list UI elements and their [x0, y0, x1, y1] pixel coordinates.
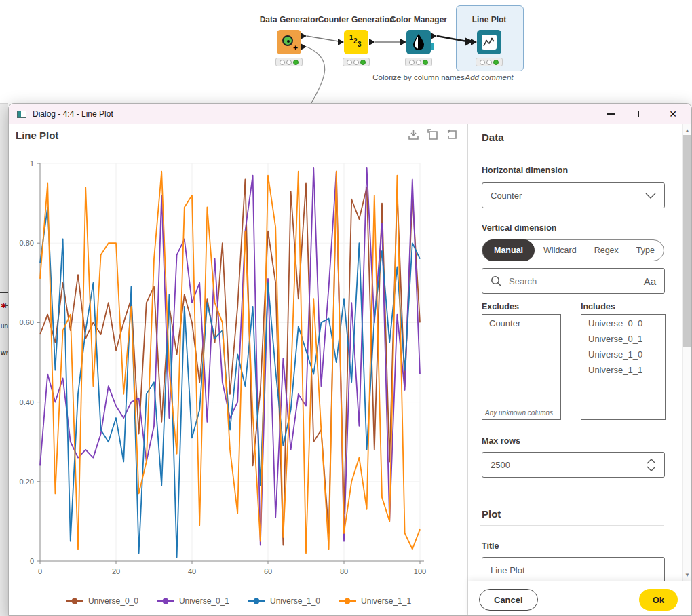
legend-label: Universe_0_0: [88, 596, 138, 606]
svg-text:20: 20: [112, 567, 120, 575]
search-input[interactable]: [509, 276, 644, 286]
view-heading: Line Plot: [16, 130, 58, 141]
legend-item[interactable]: Universe_0_0: [65, 596, 138, 606]
svg-text:0: 0: [38, 567, 42, 575]
title-label: Title: [482, 541, 499, 551]
legend-item[interactable]: Universe_1_0: [247, 596, 320, 606]
list-item[interactable]: Universe_1_1: [581, 362, 665, 377]
svg-text:0.60: 0.60: [20, 318, 34, 326]
node-color-manager[interactable]: [406, 30, 431, 54]
search-icon: [491, 275, 502, 287]
node-label-counter-generation: Counter Generation: [318, 15, 395, 24]
legend-marker-icon: [338, 597, 357, 605]
node-caption-add-comment[interactable]: Add comment: [465, 73, 514, 81]
svg-text:100: 100: [414, 567, 426, 575]
droplet-icon: [406, 30, 431, 54]
traffic-light-color-manager: [405, 58, 432, 66]
svg-text:0.80: 0.80: [20, 239, 34, 247]
title-input-box: [482, 557, 665, 583]
maximize-button[interactable]: [630, 105, 653, 123]
node-label-line-plot: Line Plot: [472, 15, 507, 24]
legend-item[interactable]: Universe_0_1: [156, 596, 229, 606]
max-rows-input[interactable]: [491, 460, 647, 470]
list-item[interactable]: Universe_1_0: [581, 346, 665, 362]
traffic-light-line-plot: [476, 58, 503, 66]
chart-toolbar: [407, 128, 458, 141]
scroll-up-icon[interactable]: ▲: [683, 126, 692, 135]
reset-zoom-icon[interactable]: [445, 128, 458, 141]
any-unknown-columns-note: Any unknown columns: [482, 406, 560, 419]
list-item[interactable]: Universe_0_0: [581, 315, 665, 330]
node-label-color-manager: Color Manager: [390, 15, 447, 24]
chart-panel: Line Plot 00.200.400.600.801020406080100…: [9, 124, 467, 616]
svg-text:80: 80: [340, 567, 348, 575]
data-section-heading: Data: [482, 132, 504, 143]
excludes-label: Excludes: [482, 302, 519, 311]
scroll-down-icon[interactable]: ▼: [683, 570, 692, 579]
horizontal-dimension-value: Counter: [491, 191, 522, 201]
scrollbar-thumb[interactable]: [683, 135, 691, 347]
list-item[interactable]: Universe_0_1: [581, 330, 665, 346]
vertical-dimension-mode-tabs: Manual Wildcard Regex Type: [482, 239, 664, 261]
background-window-strip: ✱ F unt wr: [0, 103, 8, 616]
tab-regex[interactable]: Regex: [585, 239, 628, 261]
legend-marker-icon: [156, 597, 175, 605]
zoom-selection-icon[interactable]: [426, 128, 439, 141]
svg-text:60: 60: [264, 567, 272, 575]
traffic-light-data-generator: [275, 58, 303, 66]
tab-manual[interactable]: Manual: [482, 239, 535, 261]
max-rows-label: Max rows: [482, 436, 520, 446]
node-line-plot[interactable]: [477, 30, 501, 54]
vertical-dimension-label: Vertical dimension: [482, 223, 556, 233]
traffic-light-counter-generation: [343, 58, 370, 66]
svg-text:40: 40: [188, 567, 196, 575]
dialog-app-icon: [17, 111, 26, 118]
line-plot-svg[interactable]: 00.200.400.600.801020406080100: [14, 154, 462, 585]
node-data-generator[interactable]: +: [277, 30, 301, 54]
workflow-canvas: Data Generator Counter Generation Color …: [0, 0, 692, 103]
step-down-icon[interactable]: [647, 466, 656, 471]
node-label-data-generator: Data Generator: [260, 15, 319, 24]
step-up-icon[interactable]: [647, 459, 656, 464]
node-caption-color-manager: Colorize by column names: [372, 73, 465, 81]
legend-marker-icon: [65, 597, 84, 605]
horizontal-dimension-select[interactable]: Counter: [482, 182, 665, 208]
chevron-down-icon: [645, 193, 656, 199]
legend-label: Universe_1_1: [361, 596, 411, 606]
ok-button[interactable]: Ok: [639, 589, 678, 611]
excludes-list[interactable]: Counter Any unknown columns: [482, 314, 561, 420]
settings-panel: Data Horizontal dimension Counter Vertic…: [467, 124, 691, 616]
panel-scrollbar[interactable]: ▲ ▼: [682, 124, 691, 581]
svg-text:0: 0: [30, 557, 34, 565]
list-item[interactable]: Counter: [482, 315, 560, 330]
line-plot-dialog: Dialog - 4:4 - Line Plot ✕ Line Plot 00.…: [8, 103, 692, 616]
svg-text:0.20: 0.20: [20, 478, 34, 486]
column-search-box: Aa: [482, 268, 665, 294]
download-icon[interactable]: [407, 128, 420, 141]
legend-marker-icon: [247, 597, 266, 605]
cancel-button[interactable]: Cancel: [479, 589, 538, 611]
dialog-title: Dialog - 4:4 - Line Plot: [33, 109, 591, 119]
line-chart-icon: [482, 35, 497, 50]
minimize-button[interactable]: [599, 105, 622, 123]
includes-list[interactable]: Universe_0_0 Universe_0_1 Universe_1_0 U…: [581, 314, 666, 420]
close-button[interactable]: ✕: [661, 105, 685, 123]
plot-section-heading: Plot: [482, 508, 501, 520]
includes-label: Includes: [581, 302, 615, 311]
tab-type[interactable]: Type: [628, 239, 664, 261]
legend-item[interactable]: Universe_1_1: [338, 596, 411, 606]
case-sensitive-toggle[interactable]: Aa: [644, 275, 656, 287]
title-input[interactable]: [491, 565, 656, 575]
legend-label: Universe_1_0: [270, 596, 320, 606]
node-counter-generation[interactable]: 1 2 3: [344, 30, 368, 54]
max-rows-input-box: [482, 452, 665, 478]
svg-text:0.40: 0.40: [20, 398, 34, 406]
svg-text:1: 1: [30, 159, 34, 168]
dialog-titlebar[interactable]: Dialog - 4:4 - Line Plot ✕: [9, 104, 691, 124]
horizontal-dimension-label: Horizontal dimension: [482, 166, 568, 175]
dialog-footer: Cancel Ok: [468, 581, 691, 616]
legend-label: Universe_0_1: [179, 596, 229, 606]
chart-legend: Universe_0_0Universe_0_1Universe_1_0Univ…: [9, 596, 467, 606]
tab-wildcard[interactable]: Wildcard: [535, 239, 585, 261]
